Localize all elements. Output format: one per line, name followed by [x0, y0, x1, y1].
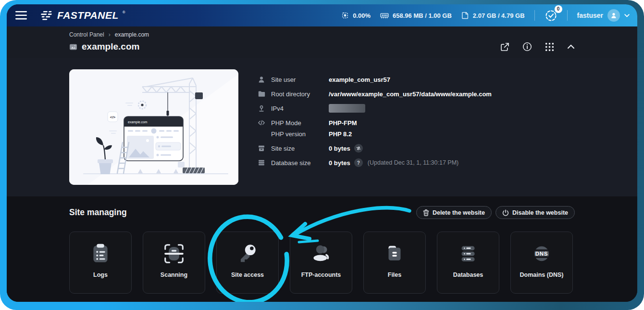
button-label: Delete the website	[433, 209, 485, 216]
info-icon[interactable]	[522, 42, 532, 52]
chevron-down-icon	[624, 14, 630, 17]
avatar	[607, 9, 620, 22]
logs-icon	[89, 242, 112, 265]
key-icon	[236, 242, 259, 265]
detail-row-php-mode: PHP Mode PHP-FPM	[258, 118, 575, 127]
trash-icon	[423, 209, 429, 216]
user-menu[interactable]: fastuser	[577, 9, 630, 22]
notifications-badge: 0	[555, 5, 562, 13]
card-label: Databases	[453, 271, 483, 278]
card-label: Files	[388, 271, 402, 278]
open-site-external-link-icon[interactable]	[500, 42, 509, 52]
archive-box-icon	[258, 144, 265, 152]
detail-label: Site user	[271, 76, 329, 83]
disk-usage-stat: 2.07 GB / 4.79 GB	[461, 12, 525, 19]
card-scanning[interactable]: Scanning	[143, 232, 205, 294]
section-title: Site managing	[69, 207, 127, 218]
memory-usage-value: 658.96 MB / 1.00 GB	[393, 12, 452, 19]
dns-icon-text: DNS	[535, 251, 548, 257]
detail-value: example_com_usr57	[329, 76, 390, 83]
card-databases[interactable]: Databases	[437, 232, 499, 294]
managing-cards: Logs Scanning Site access FTP-accounts F…	[69, 232, 575, 294]
speed-lines-icon	[39, 10, 53, 21]
card-label: Domains (DNS)	[520, 271, 564, 278]
card-site-access[interactable]: Site access	[216, 232, 279, 294]
detail-label: Database size	[271, 159, 329, 167]
detail-row-database-size: Database size 0 bytes ? (Updated Dec 31,…	[258, 158, 575, 167]
code-badge: </>	[110, 115, 116, 119]
disk-usage-value: 2.07 GB / 4.79 GB	[473, 12, 525, 19]
cpu-usage-stat: 0.00%	[341, 12, 371, 19]
divider	[534, 10, 535, 21]
code-icon	[258, 119, 265, 127]
user-icon	[258, 76, 265, 83]
memory-usage-stat: 658.96 MB / 1.00 GB	[380, 12, 452, 19]
users-icon	[310, 242, 333, 265]
detail-label: IPv4	[271, 105, 329, 112]
card-files[interactable]: Files	[363, 232, 426, 294]
topbar: FASTPANEL ® 0.00% 658.96 MB / 1.00 GB 2.…	[7, 4, 637, 26]
browser-address: example.com	[128, 120, 148, 124]
card-ftp-accounts[interactable]: FTP-accounts	[290, 232, 352, 294]
breadcrumb-control-panel[interactable]: Control Panel	[69, 31, 104, 38]
detail-label: Root directory	[271, 90, 329, 98]
folder-icon	[258, 90, 265, 98]
page-title: example.com	[82, 41, 139, 52]
fastpanel-logo[interactable]: FASTPANEL ®	[39, 10, 125, 21]
detail-row-site-size: Site size 0 bytes	[258, 144, 575, 153]
updated-note: (Updated Dec 31, 1, 11:30:17 PM)	[368, 159, 458, 166]
refresh-size-button[interactable]	[354, 144, 363, 153]
site-preview-illustration: </> example.com	[69, 69, 238, 185]
username: fastuser	[577, 12, 603, 19]
cpu-usage-value: 0.00%	[353, 12, 371, 19]
disable-website-button[interactable]: Disable the website	[495, 206, 575, 219]
site-managing-section: Site managing Delete the website Disable…	[7, 196, 637, 302]
breadcrumb-separator: ›	[109, 31, 111, 38]
card-logs[interactable]: Logs	[69, 232, 132, 294]
card-label: Scanning	[161, 271, 187, 278]
breadcrumb: Control Panel › example.com	[69, 31, 575, 38]
logo-text: FASTPANEL	[57, 10, 119, 21]
site-details: Site user example_com_usr57 Root directo…	[258, 69, 575, 185]
files-folder-icon	[383, 242, 406, 265]
detail-value: PHP 8.2	[329, 130, 352, 138]
collapse-chevron-up-icon[interactable]	[567, 44, 575, 49]
help-button[interactable]: ?	[354, 158, 363, 167]
database-icon	[258, 159, 265, 167]
ram-icon	[380, 12, 389, 19]
delete-website-button[interactable]: Delete the website	[416, 206, 492, 219]
refresh-icon	[356, 146, 361, 151]
apps-grid-icon[interactable]	[545, 42, 554, 52]
detail-value: 0 bytes	[329, 145, 350, 152]
card-label: FTP-accounts	[301, 271, 341, 278]
power-icon	[502, 209, 509, 216]
detail-row-root-directory: Root directory /var/www/example_com_usr5…	[258, 90, 575, 98]
detail-row-php-version: PHP version PHP 8.2	[258, 129, 575, 138]
dns-globe-icon: DNS	[530, 242, 553, 265]
app-panel: FASTPANEL ® 0.00% 658.96 MB / 1.00 GB 2.…	[7, 4, 637, 302]
user-icon	[610, 12, 617, 19]
card-label: Logs	[93, 271, 108, 278]
card-domains-dns[interactable]: DNS Domains (DNS)	[510, 232, 573, 294]
detail-label: Site size	[271, 145, 329, 152]
site-overview-section: </> example.com	[7, 58, 637, 196]
detail-row-ipv4: IPv4	[258, 104, 575, 113]
notifications-button[interactable]: 0	[545, 9, 557, 22]
hamburger-menu-icon[interactable]	[15, 11, 27, 20]
button-label: Disable the website	[512, 209, 568, 216]
cpu-icon	[341, 12, 349, 19]
detail-value: PHP-FPM	[329, 119, 357, 127]
detail-value: 0 bytes	[329, 159, 350, 167]
redacted-ip-value	[329, 104, 365, 113]
site-image-icon	[69, 43, 77, 51]
breadcrumb-current[interactable]: example.com	[115, 31, 149, 38]
logo-registered-mark: ®	[123, 10, 125, 15]
detail-value: /var/www/example_com_usr57/data/www/exam…	[329, 90, 492, 98]
server-stack-icon	[457, 242, 480, 265]
detail-label: PHP Mode	[271, 119, 329, 127]
divider	[567, 10, 568, 21]
scanning-icon	[162, 242, 186, 265]
location-pin-icon	[258, 104, 265, 112]
card-label: Site access	[231, 271, 264, 278]
detail-label: PHP version	[271, 130, 329, 138]
